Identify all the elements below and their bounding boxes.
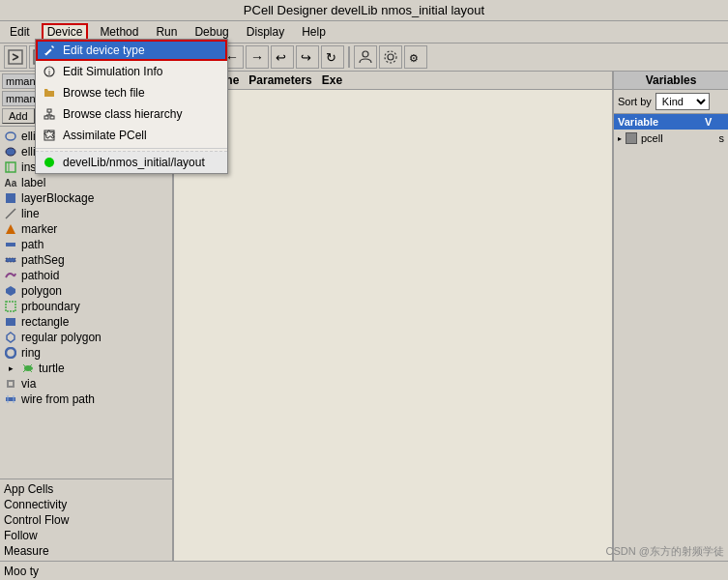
dropdown-recent-item[interactable]: develLib/nmos_initial/layout — [36, 151, 227, 173]
add-button[interactable]: Add — [2, 108, 35, 124]
svg-marker-26 — [6, 224, 15, 234]
svg-line-37 — [23, 370, 25, 372]
shape-label: layerBlockage — [21, 191, 94, 205]
svg-line-39 — [30, 370, 32, 372]
menu-help[interactable]: Help — [296, 23, 332, 41]
shape-item-path[interactable]: path — [0, 237, 172, 252]
toolbar-person-btn[interactable] — [354, 45, 377, 69]
sort-row: Sort by Kind Name — [614, 90, 728, 114]
shape-item-via[interactable]: via — [0, 376, 172, 392]
shape-item-marker[interactable]: marker — [0, 221, 172, 237]
marker-icon — [4, 222, 17, 236]
green-circle-icon — [42, 155, 57, 170]
shape-item-polygon[interactable]: polygon — [0, 283, 172, 299]
var-table-header: Variable V — [614, 114, 728, 130]
shape-item-pathoid[interactable]: pathoid — [0, 268, 172, 283]
pencil-icon — [42, 43, 57, 58]
toolbar-btn-1[interactable] — [4, 45, 27, 69]
dropdown-assimilate-pcell[interactable]: Assimilate PCell — [36, 125, 227, 146]
dropdown-browse-class-hierarchy[interactable]: Browse class hierarchy — [36, 103, 227, 125]
svg-rect-50 — [47, 109, 51, 112]
svg-rect-31 — [6, 318, 15, 326]
right-panel: Variables Sort by Kind Name Variable V ▸… — [612, 72, 728, 576]
shape-item-prboundary[interactable]: prboundary — [0, 299, 172, 314]
svg-text:i: i — [48, 68, 50, 77]
shape-item-turtle[interactable]: ▸ turtle — [0, 361, 172, 376]
shape-item-label[interactable]: Aa label — [0, 175, 172, 190]
watermark: CSDN @东方的射频学徒 — [606, 544, 724, 559]
shape-label: marker — [21, 222, 57, 236]
shape-label: pathoid — [21, 269, 59, 282]
svg-text:→: → — [250, 49, 264, 65]
dropdown-label: Edit Simulation Info — [63, 65, 162, 78]
shape-item-wire-from-path[interactable]: wire from path — [0, 392, 172, 407]
toolbar-undo-btn[interactable]: ↩ — [271, 45, 294, 69]
shape-label: label — [21, 176, 45, 189]
svg-point-33 — [6, 348, 15, 358]
polygon-icon — [4, 284, 17, 298]
svg-text:↪: ↪ — [301, 50, 311, 65]
shape-item-layerblockage[interactable]: layerBlockage — [0, 190, 172, 206]
svg-point-17 — [388, 54, 393, 60]
svg-line-38 — [30, 364, 32, 366]
toolbar-arrow-right-btn[interactable]: → — [246, 45, 269, 69]
shape-label: pathSeg — [21, 253, 65, 267]
section-control-flow[interactable]: Control Flow — [4, 512, 168, 528]
var-table-body: ▸ pcell s — [614, 130, 728, 576]
menu-display[interactable]: Display — [241, 23, 290, 41]
app-title: PCell Designer develLib nmos_initial lay… — [244, 3, 484, 17]
line-icon — [4, 207, 17, 220]
svg-point-18 — [385, 51, 396, 63]
svg-rect-41 — [9, 382, 13, 386]
toolbar-refresh-btn[interactable]: ↻ — [321, 45, 344, 69]
svg-point-21 — [6, 148, 15, 156]
toolbar-settings-btn[interactable] — [379, 45, 402, 69]
toolbar-redo-btn[interactable]: ↪ — [296, 45, 319, 69]
expand-triangle-icon[interactable]: ▸ — [618, 134, 622, 143]
var-col-variable: Variable — [618, 116, 705, 128]
svg-point-20 — [6, 132, 15, 140]
shape-item-regular-polygon[interactable]: regular polygon — [0, 330, 172, 345]
dropdown-edit-simulation-info[interactable]: i Edit Simulation Info — [36, 61, 227, 82]
svg-line-36 — [23, 364, 25, 366]
svg-rect-51 — [44, 116, 48, 119]
var-row-pcell[interactable]: ▸ pcell s — [616, 131, 726, 145]
section-connectivity[interactable]: Connectivity — [4, 497, 168, 512]
dropdown-browse-tech-file[interactable]: Browse tech file — [36, 82, 227, 103]
svg-text:↩: ↩ — [276, 50, 286, 65]
shape-label: wire from path — [21, 392, 95, 406]
shape-label: path — [21, 238, 44, 251]
svg-rect-24 — [6, 193, 15, 203]
svg-rect-28 — [6, 258, 15, 262]
dropdown-edit-device-type[interactable]: Edit device type — [36, 40, 227, 61]
dropdown-label: Browse tech file — [63, 86, 145, 100]
section-app-cells[interactable]: App Cells — [4, 481, 168, 497]
dropdown-label: Assimilate PCell — [63, 129, 147, 142]
turtle-expand-icon: ▸ — [4, 362, 17, 375]
shape-item-ring[interactable]: ring — [0, 345, 172, 361]
menu-edit[interactable]: Edit — [4, 23, 36, 41]
svg-text:↻: ↻ — [326, 50, 336, 65]
svg-point-16 — [363, 51, 368, 57]
col-exe: Exe — [322, 73, 342, 87]
section-follow[interactable]: Follow — [4, 528, 168, 543]
shape-label: via — [21, 377, 36, 391]
sort-dropdown[interactable]: Kind Name — [655, 93, 710, 110]
pathseg-icon — [4, 253, 17, 267]
section-measure[interactable]: Measure — [4, 543, 168, 559]
shape-label: line — [21, 207, 40, 220]
elliptical-polygon-icon — [4, 145, 17, 159]
ring-icon — [4, 346, 17, 360]
toolbar-extra-btn[interactable]: ⚙ — [404, 45, 427, 69]
svg-rect-30 — [6, 302, 15, 311]
svg-text:⚙: ⚙ — [409, 52, 419, 64]
center-area: band Line Parameters Exe — [174, 72, 612, 576]
shape-item-pathseg[interactable]: pathSeg — [0, 252, 172, 268]
rectangle-icon — [4, 315, 17, 329]
title-bar: PCell Designer develLib nmos_initial lay… — [0, 0, 728, 21]
svg-rect-27 — [6, 243, 15, 246]
shape-item-line[interactable]: line — [0, 206, 172, 221]
shape-item-rectangle[interactable]: rectangle — [0, 314, 172, 330]
via-icon — [4, 377, 17, 391]
turtle-icon — [21, 362, 35, 375]
